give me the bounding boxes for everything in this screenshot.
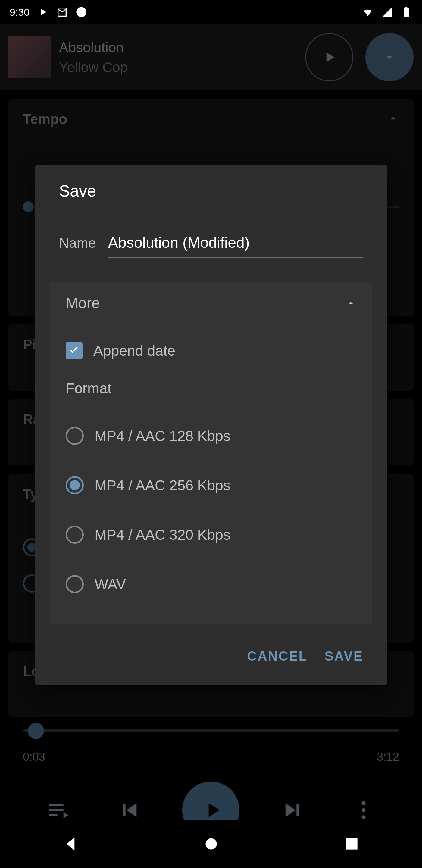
chevron-up-icon — [345, 297, 357, 309]
save-dialog: Save Name More Append date Format MP4 / … — [35, 164, 387, 685]
cancel-button[interactable]: CANCEL — [247, 649, 307, 664]
format-option-label: WAV — [95, 576, 126, 592]
format-option-320[interactable]: MP4 / AAC 320 Kbps — [66, 510, 357, 559]
radio-icon — [66, 526, 84, 544]
battery-icon — [400, 6, 412, 18]
nav-back-button[interactable] — [56, 829, 86, 859]
format-option-label: MP4 / AAC 320 Kbps — [95, 527, 230, 543]
signal-icon — [381, 6, 393, 18]
append-date-checkbox[interactable] — [66, 342, 83, 359]
radio-icon — [66, 427, 84, 445]
dialog-title: Save — [35, 181, 387, 200]
more-section: More Append date Format MP4 / AAC 128 Kb… — [50, 282, 372, 624]
app-indicator-icon — [75, 6, 87, 18]
name-label: Name — [59, 235, 96, 251]
more-toggle[interactable]: More — [66, 294, 357, 312]
radio-icon — [66, 575, 84, 593]
nav-home-button[interactable] — [196, 829, 226, 859]
append-date-label: Append date — [93, 342, 175, 359]
format-option-label: MP4 / AAC 128 Kbps — [95, 428, 230, 444]
save-button[interactable]: SAVE — [324, 649, 363, 664]
status-bar: 9:30 — [0, 0, 422, 24]
more-label: More — [66, 294, 100, 312]
check-icon — [67, 344, 81, 357]
name-input[interactable] — [108, 230, 363, 258]
nav-bar — [0, 820, 422, 868]
status-time: 9:30 — [10, 6, 30, 18]
format-option-128[interactable]: MP4 / AAC 128 Kbps — [66, 411, 357, 461]
mail-icon — [56, 6, 68, 18]
svg-point-4 — [205, 838, 217, 849]
format-label: Format — [66, 380, 357, 397]
wifi-icon — [362, 6, 374, 18]
format-option-label: MP4 / AAC 256 Kbps — [95, 477, 230, 494]
svg-rect-5 — [346, 838, 357, 849]
nav-recent-button[interactable] — [337, 829, 367, 859]
format-option-256[interactable]: MP4 / AAC 256 Kbps — [66, 461, 357, 510]
format-option-wav[interactable]: WAV — [66, 559, 357, 609]
radio-icon — [66, 476, 84, 494]
play-indicator-icon — [37, 6, 49, 18]
append-date-row[interactable]: Append date — [66, 342, 357, 359]
svg-point-0 — [76, 7, 87, 17]
